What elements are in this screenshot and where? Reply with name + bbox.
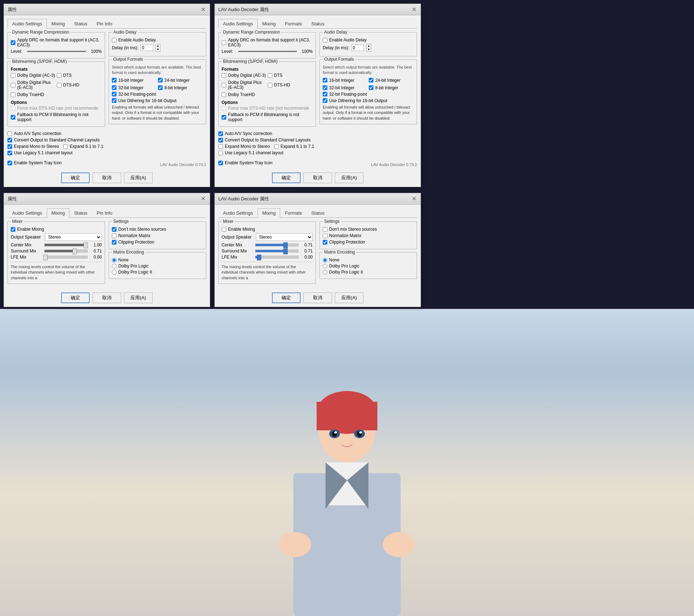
lfe-mix-thumb-4[interactable] xyxy=(257,255,261,260)
expand-61-check-2[interactable] xyxy=(274,144,279,149)
dolby-digital-check-1[interactable] xyxy=(11,73,15,78)
auto-av-check-2[interactable] xyxy=(218,131,223,136)
tab-audio-settings-3[interactable]: Audio Settings xyxy=(8,208,47,217)
enable-delay-check-1[interactable] xyxy=(112,38,117,42)
dont-mix-stereo-check-3[interactable] xyxy=(112,227,117,232)
dont-mix-stereo-check-4[interactable] xyxy=(323,227,327,232)
normalize-matrix-check-3[interactable] xyxy=(112,234,117,238)
convert-standard-check-2[interactable] xyxy=(218,138,223,142)
convert-standard-check-1[interactable] xyxy=(8,138,12,142)
enable-mixing-check-3[interactable] xyxy=(11,227,15,232)
close-button-4[interactable]: ✕ xyxy=(411,196,417,202)
delay-spin-down-1[interactable]: ▼ xyxy=(156,48,160,51)
bit32float-check-2[interactable] xyxy=(323,92,327,96)
delay-spin-down-2[interactable]: ▼ xyxy=(367,48,371,51)
cancel-button-4[interactable]: 取消 xyxy=(303,292,332,303)
dolby-pro-logic-radio-3[interactable] xyxy=(112,264,117,269)
fallback-pcm-check-1[interactable] xyxy=(11,115,15,120)
tab-status-2[interactable]: Status xyxy=(307,19,329,28)
dolby-plus-check-2[interactable] xyxy=(222,83,226,87)
output-speaker-select-4[interactable]: Stereo xyxy=(256,233,313,241)
truehd-check-2[interactable] xyxy=(222,92,226,97)
enable-mixing-check-4[interactable] xyxy=(222,227,226,232)
apply-drc-check-2[interactable] xyxy=(222,40,226,45)
tab-formats-4[interactable]: Formats xyxy=(280,208,307,217)
clipping-protection-check-4[interactable] xyxy=(323,240,327,245)
expand-mono-check-2[interactable] xyxy=(218,144,223,149)
force-dts-check-1[interactable] xyxy=(11,106,15,111)
ok-button-1[interactable]: 确定 xyxy=(61,172,90,183)
dolby-digital-check-2[interactable] xyxy=(222,73,226,78)
delay-ms-input-2[interactable] xyxy=(351,45,364,51)
force-dts-check-2[interactable] xyxy=(222,106,226,111)
dolby-plus-check-1[interactable] xyxy=(11,83,15,87)
dts-check-2[interactable] xyxy=(268,73,272,78)
expand-61-check-1[interactable] xyxy=(63,144,68,149)
apply-button-4[interactable]: 应用(A) xyxy=(335,292,363,303)
truehd-check-1[interactable] xyxy=(11,92,15,97)
bit24-check-1[interactable] xyxy=(158,78,163,82)
dts-hd-check-1[interactable] xyxy=(57,83,61,87)
cancel-button-3[interactable]: 取消 xyxy=(93,292,121,303)
tab-mixing-3[interactable]: Mixing xyxy=(47,208,70,218)
center-mix-thumb-3[interactable] xyxy=(84,242,88,248)
bit8-check-2[interactable] xyxy=(369,85,373,90)
dolby-pro-logic2-radio-3[interactable] xyxy=(112,270,117,275)
dolby-pro-logic2-radio-4[interactable] xyxy=(323,270,327,275)
clipping-protection-check-3[interactable] xyxy=(112,240,117,245)
legacy-check-2[interactable] xyxy=(218,151,223,155)
tab-pininfo-3[interactable]: Pin Info xyxy=(92,208,117,217)
tab-audio-settings-1[interactable]: Audio Settings xyxy=(8,19,47,29)
center-mix-thumb-4[interactable] xyxy=(283,242,288,248)
auto-av-check-1[interactable] xyxy=(8,131,12,136)
delay-spin-up-2[interactable]: ▲ xyxy=(367,44,371,48)
apply-button-2[interactable]: 应用(A) xyxy=(335,172,363,183)
tab-status-3[interactable]: Status xyxy=(69,208,92,217)
tab-mixing-4[interactable]: Mixing xyxy=(258,208,281,218)
bit32float-check-1[interactable] xyxy=(112,92,117,96)
legacy-check-1[interactable] xyxy=(8,151,12,155)
bit16-check-2[interactable] xyxy=(323,78,327,82)
tab-audio-settings-4[interactable]: Audio Settings xyxy=(218,208,258,217)
cancel-button-1[interactable]: 取消 xyxy=(93,172,121,183)
bit32-check-1[interactable] xyxy=(112,85,117,90)
none-radio-3[interactable] xyxy=(112,258,117,262)
bit16-check-1[interactable] xyxy=(112,78,117,82)
dithering-check-1[interactable] xyxy=(112,98,117,103)
bit8-check-1[interactable] xyxy=(158,85,163,90)
surround-mix-thumb-3[interactable] xyxy=(73,249,77,254)
ok-button-2[interactable]: 确定 xyxy=(272,172,301,183)
close-button-2[interactable]: ✕ xyxy=(411,7,417,12)
bit24-check-2[interactable] xyxy=(369,78,373,82)
tab-status-1[interactable]: Status xyxy=(69,19,92,28)
tab-status-4[interactable]: Status xyxy=(307,208,329,217)
tab-pininfo-1[interactable]: Pin Info xyxy=(92,19,117,28)
fallback-pcm-check-2[interactable] xyxy=(222,115,226,120)
enable-delay-check-2[interactable] xyxy=(323,38,327,42)
bit32-check-2[interactable] xyxy=(323,85,327,90)
dts-check-1[interactable] xyxy=(57,73,61,78)
dolby-pro-logic-radio-4[interactable] xyxy=(323,264,327,269)
system-tray-check-1[interactable] xyxy=(8,161,12,165)
ok-button-3[interactable]: 确定 xyxy=(61,292,90,303)
close-button-3[interactable]: ✕ xyxy=(200,196,206,202)
apply-drc-check-1[interactable] xyxy=(11,40,15,45)
delay-spin-up-1[interactable]: ▲ xyxy=(156,44,160,48)
ok-button-4[interactable]: 确定 xyxy=(272,292,301,303)
dts-hd-check-2[interactable] xyxy=(268,83,272,87)
apply-button-3[interactable]: 应用(A) xyxy=(124,292,153,303)
tab-mixing-1[interactable]: Mixing xyxy=(47,19,70,28)
tab-audio-settings-2[interactable]: Audio Settings xyxy=(218,19,258,29)
tab-mixing-2[interactable]: Mixing xyxy=(258,19,281,28)
cancel-button-2[interactable]: 取消 xyxy=(303,172,332,183)
dithering-check-2[interactable] xyxy=(323,98,327,103)
delay-ms-input-1[interactable] xyxy=(140,45,153,51)
close-button-1[interactable]: ✕ xyxy=(200,7,206,12)
lfe-mix-thumb-3[interactable] xyxy=(43,255,48,260)
output-speaker-select-3[interactable]: Stereo xyxy=(45,233,102,241)
surround-mix-thumb-4[interactable] xyxy=(283,249,288,254)
expand-mono-check-1[interactable] xyxy=(8,144,12,149)
none-radio-4[interactable] xyxy=(323,258,327,262)
tab-formats-2[interactable]: Formats xyxy=(280,19,307,28)
normalize-matrix-check-4[interactable] xyxy=(323,234,327,238)
